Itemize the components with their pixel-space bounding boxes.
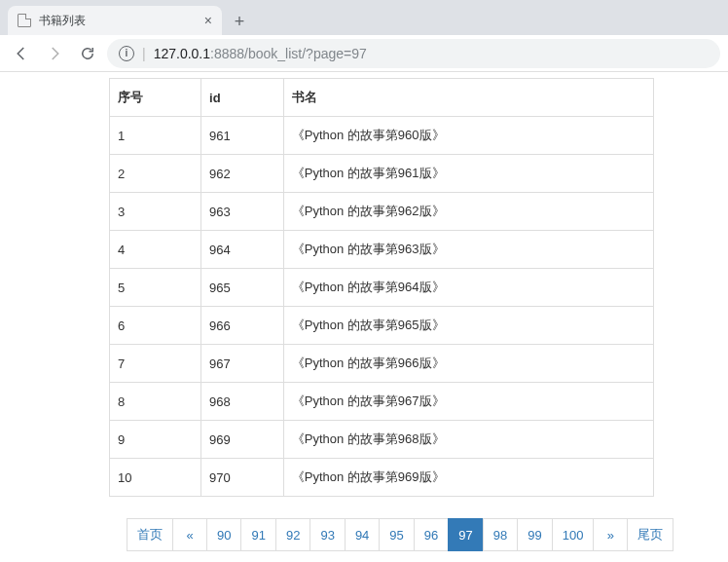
tab-title: 书籍列表: [39, 13, 197, 29]
book-table: 序号 id 书名 1961《Python 的故事第960版》2962《Pytho…: [109, 78, 654, 497]
page-link[interactable]: 97: [448, 518, 483, 551]
page-icon: [18, 14, 31, 27]
cell-seq: 6: [110, 307, 201, 345]
address-bar[interactable]: i | 127.0.0.1:8888/book_list/?page=97: [107, 39, 720, 68]
reload-icon: [79, 45, 96, 62]
table-row: 3963《Python 的故事第962版》: [110, 193, 654, 231]
arrow-right-icon: [46, 45, 63, 62]
pagination: 首页«90919293949596979899100»尾页: [127, 518, 728, 551]
table-row: 7967《Python 的故事第966版》: [110, 345, 654, 383]
cell-name: 《Python 的故事第968版》: [283, 421, 653, 459]
cell-seq: 1: [110, 117, 201, 155]
table-row: 5965《Python 的故事第964版》: [110, 269, 654, 307]
table-header-row: 序号 id 书名: [110, 79, 654, 117]
cell-id: 967: [201, 345, 284, 383]
table-row: 1961《Python 的故事第960版》: [110, 117, 654, 155]
close-icon[interactable]: ×: [204, 13, 212, 28]
addr-separator: |: [142, 46, 146, 61]
page-content: 序号 id 书名 1961《Python 的故事第960版》2962《Pytho…: [0, 72, 728, 562]
url-port: :8888: [210, 46, 244, 61]
table-row: 4964《Python 的故事第963版》: [110, 231, 654, 269]
cell-name: 《Python 的故事第966版》: [283, 345, 653, 383]
col-name: 书名: [283, 79, 653, 117]
page-link[interactable]: 98: [483, 518, 518, 551]
page-link[interactable]: »: [593, 518, 628, 551]
col-seq: 序号: [110, 79, 201, 117]
table-row: 8968《Python 的故事第967版》: [110, 383, 654, 421]
cell-seq: 3: [110, 193, 201, 231]
cell-name: 《Python 的故事第960版》: [283, 117, 653, 155]
page-link[interactable]: «: [172, 518, 207, 551]
browser-tab[interactable]: 书籍列表 ×: [8, 6, 222, 35]
cell-name: 《Python 的故事第967版》: [283, 383, 653, 421]
page-link[interactable]: 94: [345, 518, 380, 551]
cell-id: 961: [201, 117, 284, 155]
cell-id: 964: [201, 231, 284, 269]
cell-seq: 4: [110, 231, 201, 269]
cell-seq: 9: [110, 421, 201, 459]
cell-id: 962: [201, 155, 284, 193]
cell-name: 《Python 的故事第962版》: [283, 193, 653, 231]
url-path: /book_list/?page=97: [244, 46, 367, 61]
table-row: 6966《Python 的故事第965版》: [110, 307, 654, 345]
cell-seq: 8: [110, 383, 201, 421]
site-info-icon[interactable]: i: [119, 46, 134, 61]
cell-name: 《Python 的故事第961版》: [283, 155, 653, 193]
url-text: 127.0.0.1:8888/book_list/?page=97: [154, 46, 367, 61]
cell-seq: 10: [110, 459, 201, 497]
page-link[interactable]: 95: [379, 518, 414, 551]
cell-id: 968: [201, 383, 284, 421]
page-link[interactable]: 91: [240, 518, 275, 551]
cell-seq: 7: [110, 345, 201, 383]
cell-id: 965: [201, 269, 284, 307]
toolbar: i | 127.0.0.1:8888/book_list/?page=97: [0, 35, 728, 72]
page-link[interactable]: 首页: [127, 518, 173, 551]
page-link[interactable]: 96: [414, 518, 449, 551]
cell-name: 《Python 的故事第964版》: [283, 269, 653, 307]
col-id: id: [201, 79, 284, 117]
cell-id: 966: [201, 307, 284, 345]
arrow-left-icon: [13, 45, 30, 62]
url-host: 127.0.0.1: [154, 46, 210, 61]
new-tab-button[interactable]: +: [226, 8, 253, 35]
browser-chrome: 书籍列表 × + i | 127.0.0.1:8888/book_list/?p…: [0, 0, 728, 72]
forward-button[interactable]: [41, 40, 68, 67]
cell-name: 《Python 的故事第965版》: [283, 307, 653, 345]
page-link[interactable]: 尾页: [627, 518, 673, 551]
cell-id: 970: [201, 459, 284, 497]
page-link[interactable]: 92: [275, 518, 310, 551]
cell-id: 969: [201, 421, 284, 459]
reload-button[interactable]: [74, 40, 101, 67]
page-link[interactable]: 99: [517, 518, 552, 551]
tab-strip: 书籍列表 × +: [0, 0, 728, 35]
table-row: 10970《Python 的故事第969版》: [110, 459, 654, 497]
page-link[interactable]: 100: [552, 518, 595, 551]
back-button[interactable]: [8, 40, 35, 67]
table-row: 9969《Python 的故事第968版》: [110, 421, 654, 459]
cell-name: 《Python 的故事第963版》: [283, 231, 653, 269]
cell-name: 《Python 的故事第969版》: [283, 459, 653, 497]
table-row: 2962《Python 的故事第961版》: [110, 155, 654, 193]
cell-id: 963: [201, 193, 284, 231]
cell-seq: 2: [110, 155, 201, 193]
cell-seq: 5: [110, 269, 201, 307]
page-link[interactable]: 90: [206, 518, 241, 551]
page-link[interactable]: 93: [309, 518, 345, 551]
